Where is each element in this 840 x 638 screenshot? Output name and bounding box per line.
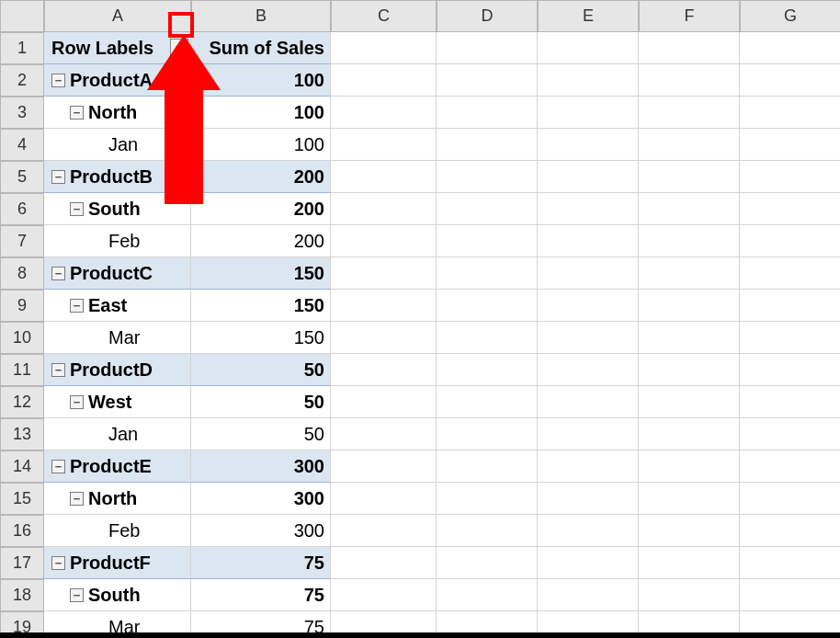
pivot-header-rowlabels[interactable]: Row Labels (44, 32, 191, 64)
pivot-label-row-17[interactable]: −ProductF (44, 547, 191, 579)
blank-cell[interactable] (437, 193, 538, 225)
pivot-label-row-6[interactable]: −South (44, 193, 191, 225)
blank-cell[interactable] (331, 193, 437, 225)
blank-cell[interactable] (740, 354, 840, 386)
blank-cell[interactable] (538, 161, 639, 193)
blank-cell[interactable] (538, 579, 639, 611)
pivot-label-row-16[interactable]: Feb (44, 515, 191, 547)
blank-cell[interactable] (740, 97, 840, 129)
collapse-icon[interactable]: − (51, 460, 65, 473)
blank-cell[interactable] (437, 161, 538, 193)
blank-cell[interactable] (538, 97, 639, 129)
pivot-value-row-3[interactable]: 100 (191, 97, 331, 129)
blank-cell[interactable] (740, 579, 840, 611)
blank-cell[interactable] (331, 515, 437, 547)
blank-cell[interactable] (740, 418, 840, 450)
row-header-17[interactable]: 17 (0, 547, 44, 579)
row-header-1[interactable]: 1 (0, 32, 44, 64)
blank-cell[interactable] (538, 547, 639, 579)
pivot-value-row-10[interactable]: 150 (191, 322, 331, 354)
collapse-icon[interactable]: − (70, 202, 84, 216)
blank-cell[interactable] (538, 225, 639, 257)
row-header-8[interactable]: 8 (0, 257, 44, 290)
blank-cell[interactable] (639, 515, 740, 547)
pivot-label-row-3[interactable]: −North (44, 97, 191, 129)
blank-cell[interactable] (740, 32, 840, 64)
blank-cell[interactable] (639, 483, 740, 515)
collapse-icon[interactable]: − (70, 395, 84, 409)
row-header-18[interactable]: 18 (0, 579, 44, 611)
col-header-G[interactable]: G (740, 0, 840, 32)
pivot-value-row-5[interactable]: 200 (191, 161, 331, 193)
collapse-icon[interactable]: − (51, 556, 65, 570)
blank-cell[interactable] (740, 386, 840, 418)
collapse-icon[interactable]: − (70, 106, 84, 120)
blank-cell[interactable] (740, 322, 840, 354)
blank-cell[interactable] (639, 579, 740, 611)
select-all-corner[interactable] (0, 0, 44, 32)
blank-cell[interactable] (331, 225, 437, 257)
blank-cell[interactable] (331, 483, 437, 515)
blank-cell[interactable] (538, 354, 639, 386)
blank-cell[interactable] (740, 193, 840, 225)
blank-cell[interactable] (740, 129, 840, 161)
blank-cell[interactable] (639, 257, 740, 290)
blank-cell[interactable] (639, 322, 740, 354)
blank-cell[interactable] (331, 129, 437, 161)
blank-cell[interactable] (437, 579, 538, 611)
collapse-icon[interactable]: − (51, 74, 65, 87)
blank-cell[interactable] (331, 450, 437, 483)
blank-cell[interactable] (437, 257, 538, 290)
blank-cell[interactable] (437, 418, 538, 450)
blank-cell[interactable] (538, 450, 639, 483)
pivot-value-row-8[interactable]: 150 (191, 257, 331, 290)
row-header-12[interactable]: 12 (0, 386, 44, 418)
blank-cell[interactable] (331, 97, 437, 129)
pivot-value-row-18[interactable]: 75 (191, 579, 331, 611)
blank-cell[interactable] (740, 450, 840, 483)
pivot-label-row-13[interactable]: Jan (44, 418, 191, 450)
blank-cell[interactable] (437, 547, 538, 579)
blank-cell[interactable] (437, 97, 538, 129)
blank-cell[interactable] (331, 32, 437, 64)
blank-cell[interactable] (639, 129, 740, 161)
row-header-3[interactable]: 3 (0, 97, 44, 129)
row-header-11[interactable]: 11 (0, 354, 44, 386)
blank-cell[interactable] (538, 129, 639, 161)
collapse-icon[interactable]: − (70, 492, 84, 506)
row-header-9[interactable]: 9 (0, 290, 44, 322)
blank-cell[interactable] (437, 290, 538, 322)
row-header-10[interactable]: 10 (0, 322, 44, 354)
blank-cell[interactable] (639, 290, 740, 322)
blank-cell[interactable] (538, 418, 639, 450)
col-header-B[interactable]: B (191, 0, 331, 32)
pivot-value-row-15[interactable]: 300 (191, 483, 331, 515)
blank-cell[interactable] (538, 483, 639, 515)
blank-cell[interactable] (538, 515, 639, 547)
blank-cell[interactable] (437, 32, 538, 64)
blank-cell[interactable] (740, 547, 840, 579)
col-header-C[interactable]: C (331, 0, 437, 32)
row-header-14[interactable]: 14 (0, 450, 44, 483)
blank-cell[interactable] (437, 386, 538, 418)
row-header-15[interactable]: 15 (0, 483, 44, 515)
pivot-label-row-18[interactable]: −South (44, 579, 191, 611)
pivot-label-row-10[interactable]: Mar (44, 322, 191, 354)
blank-cell[interactable] (639, 193, 740, 225)
pivot-label-row-2[interactable]: −ProductA (44, 64, 191, 97)
blank-cell[interactable] (639, 354, 740, 386)
blank-cell[interactable] (538, 290, 639, 322)
blank-cell[interactable] (639, 547, 740, 579)
pivot-value-row-7[interactable]: 200 (191, 225, 331, 257)
col-header-F[interactable]: F (639, 0, 740, 32)
row-header-13[interactable]: 13 (0, 418, 44, 450)
blank-cell[interactable] (740, 290, 840, 322)
blank-cell[interactable] (331, 354, 437, 386)
pivot-value-row-12[interactable]: 50 (191, 386, 331, 418)
col-header-D[interactable]: D (437, 0, 538, 32)
row-header-16[interactable]: 16 (0, 515, 44, 547)
blank-cell[interactable] (437, 354, 538, 386)
pivot-value-row-16[interactable]: 300 (191, 515, 331, 547)
row-header-2[interactable]: 2 (0, 64, 44, 97)
collapse-icon[interactable]: − (70, 588, 84, 602)
